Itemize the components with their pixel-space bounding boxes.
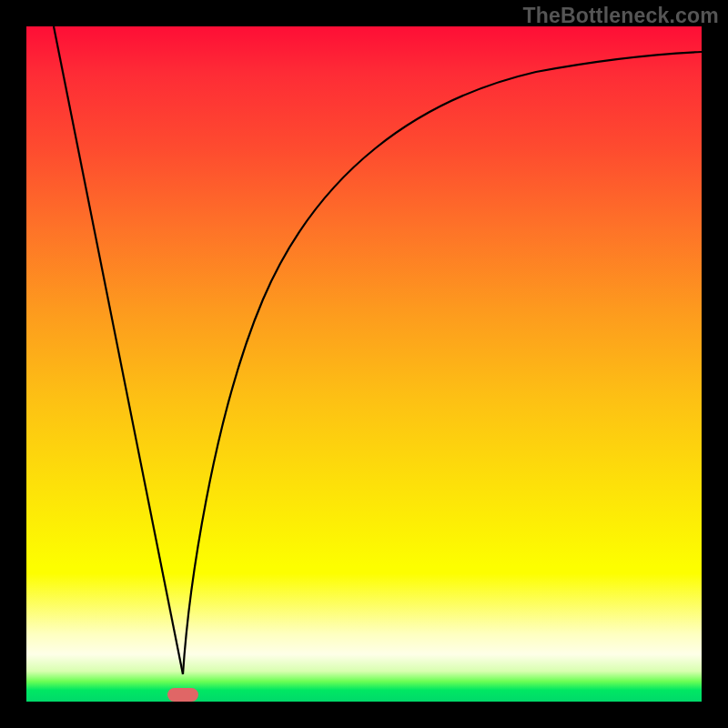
curve-right-refined	[183, 52, 702, 674]
bottleneck-curve	[26, 26, 702, 702]
chart-frame: /* hide the placeholder rough right segm…	[0, 0, 728, 728]
watermark-text: TheBottleneck.com	[522, 4, 719, 28]
optimal-marker	[167, 688, 198, 702]
plot-area: /* hide the placeholder rough right segm…	[26, 26, 702, 702]
curve-left-segment	[54, 26, 183, 674]
